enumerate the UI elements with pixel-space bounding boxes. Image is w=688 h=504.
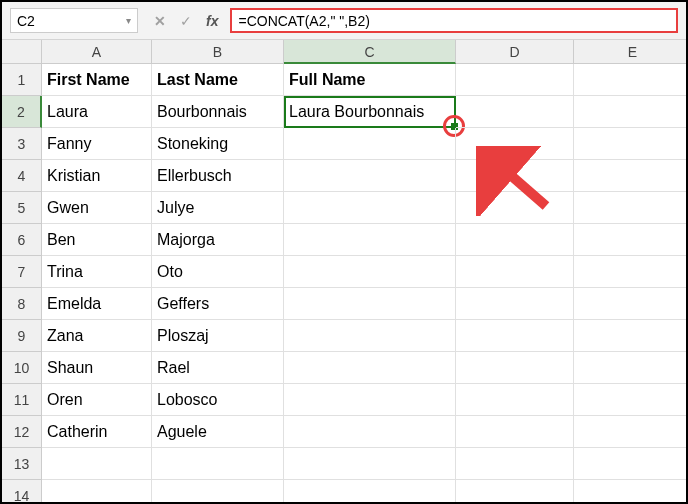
cell[interactable]: [284, 384, 456, 416]
chevron-down-icon[interactable]: ▾: [126, 15, 131, 26]
column-header-e[interactable]: E: [574, 40, 688, 64]
row-header-1[interactable]: 1: [2, 64, 42, 96]
column-header-a[interactable]: A: [42, 40, 152, 64]
cell[interactable]: Stoneking: [152, 128, 284, 160]
cell[interactable]: Laura Bourbonnais: [284, 96, 456, 128]
row-header-6[interactable]: 6: [2, 224, 42, 256]
cell[interactable]: [284, 352, 456, 384]
row-header-12[interactable]: 12: [2, 416, 42, 448]
cell[interactable]: Catherin: [42, 416, 152, 448]
cell[interactable]: [284, 224, 456, 256]
cell[interactable]: Last Name: [152, 64, 284, 96]
cell[interactable]: [456, 160, 574, 192]
cell[interactable]: [574, 64, 688, 96]
cell[interactable]: [456, 256, 574, 288]
table-row: ShaunRael: [42, 352, 688, 384]
cell[interactable]: [574, 128, 688, 160]
cell[interactable]: [574, 384, 688, 416]
check-icon[interactable]: ✓: [180, 13, 192, 29]
cell[interactable]: Oren: [42, 384, 152, 416]
cell[interactable]: Laura: [42, 96, 152, 128]
row-header-14[interactable]: 14: [2, 480, 42, 504]
cell[interactable]: [284, 320, 456, 352]
cell[interactable]: [152, 448, 284, 480]
cell[interactable]: Ben: [42, 224, 152, 256]
cell[interactable]: [456, 480, 574, 504]
cell[interactable]: [42, 480, 152, 504]
cell[interactable]: [456, 128, 574, 160]
cell[interactable]: [284, 416, 456, 448]
row-header-11[interactable]: 11: [2, 384, 42, 416]
cell[interactable]: [456, 96, 574, 128]
cell[interactable]: [284, 160, 456, 192]
cell[interactable]: Kristian: [42, 160, 152, 192]
cell[interactable]: [574, 480, 688, 504]
row-header-8[interactable]: 8: [2, 288, 42, 320]
cell[interactable]: Ploszaj: [152, 320, 284, 352]
cell[interactable]: [574, 224, 688, 256]
cell[interactable]: [574, 320, 688, 352]
column-header-c[interactable]: C: [284, 40, 456, 64]
cell[interactable]: Zana: [42, 320, 152, 352]
cell[interactable]: Emelda: [42, 288, 152, 320]
cancel-icon[interactable]: ✕: [154, 13, 166, 29]
cell[interactable]: [284, 448, 456, 480]
fx-icon[interactable]: fx: [206, 13, 218, 29]
select-all-corner[interactable]: [2, 40, 42, 64]
cell[interactable]: Full Name: [284, 64, 456, 96]
cell[interactable]: [574, 416, 688, 448]
cell[interactable]: [456, 224, 574, 256]
column-header-d[interactable]: D: [456, 40, 574, 64]
cell[interactable]: [456, 320, 574, 352]
cell[interactable]: [152, 480, 284, 504]
table-row: KristianEllerbusch: [42, 160, 688, 192]
cell[interactable]: Ellerbusch: [152, 160, 284, 192]
cell[interactable]: Gwen: [42, 192, 152, 224]
cell[interactable]: [456, 64, 574, 96]
row-header-13[interactable]: 13: [2, 448, 42, 480]
cell[interactable]: [284, 288, 456, 320]
cell[interactable]: Trina: [42, 256, 152, 288]
cell[interactable]: Bourbonnais: [152, 96, 284, 128]
cell[interactable]: [574, 256, 688, 288]
row-header-10[interactable]: 10: [2, 352, 42, 384]
formula-input[interactable]: =CONCAT(A2," ",B2): [238, 13, 670, 29]
cell[interactable]: Majorga: [152, 224, 284, 256]
cell[interactable]: Fanny: [42, 128, 152, 160]
row-header-4[interactable]: 4: [2, 160, 42, 192]
cell[interactable]: [456, 192, 574, 224]
cell[interactable]: [574, 160, 688, 192]
cell[interactable]: Shaun: [42, 352, 152, 384]
cell[interactable]: [574, 288, 688, 320]
cell[interactable]: [284, 128, 456, 160]
cell[interactable]: [456, 288, 574, 320]
cell[interactable]: Lobosco: [152, 384, 284, 416]
cell[interactable]: [284, 192, 456, 224]
row-header-9[interactable]: 9: [2, 320, 42, 352]
row-header-2[interactable]: 2: [2, 96, 42, 128]
cell[interactable]: Geffers: [152, 288, 284, 320]
cell[interactable]: [574, 96, 688, 128]
row-header-3[interactable]: 3: [2, 128, 42, 160]
cells-area[interactable]: First NameLast NameFull NameLauraBourbon…: [42, 64, 688, 504]
cell[interactable]: [284, 256, 456, 288]
cell[interactable]: [574, 448, 688, 480]
cell[interactable]: [574, 352, 688, 384]
cell[interactable]: [284, 480, 456, 504]
cell[interactable]: Julye: [152, 192, 284, 224]
spreadsheet-grid: ABCDE 1234567891011121314 First NameLast…: [2, 40, 686, 64]
cell[interactable]: [574, 192, 688, 224]
cell[interactable]: Rael: [152, 352, 284, 384]
row-header-7[interactable]: 7: [2, 256, 42, 288]
cell[interactable]: First Name: [42, 64, 152, 96]
name-box[interactable]: C2 ▾: [10, 8, 138, 33]
row-header-5[interactable]: 5: [2, 192, 42, 224]
cell[interactable]: [456, 416, 574, 448]
cell[interactable]: [456, 352, 574, 384]
cell[interactable]: [456, 448, 574, 480]
cell[interactable]: [456, 384, 574, 416]
column-header-b[interactable]: B: [152, 40, 284, 64]
cell[interactable]: Oto: [152, 256, 284, 288]
cell[interactable]: Aguele: [152, 416, 284, 448]
cell[interactable]: [42, 448, 152, 480]
